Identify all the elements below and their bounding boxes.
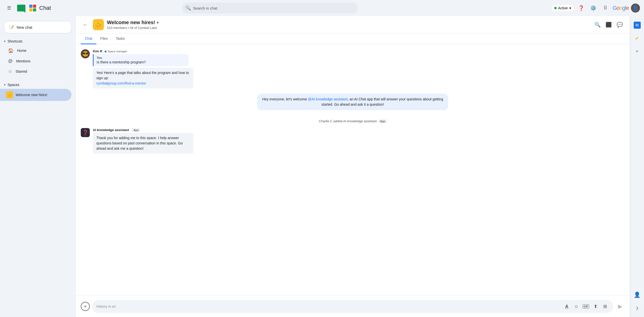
- chat-logo-icon: [17, 4, 26, 13]
- settings-button[interactable]: ⚙️: [588, 3, 598, 13]
- system-text: Charlie C added AI knowledge assistant: [319, 119, 377, 123]
- broadcast-wrapper: Hey everyone, let's welcome @AI knowledg…: [81, 94, 625, 115]
- tab-chat[interactable]: Chat: [81, 33, 96, 44]
- gif-button[interactable]: GIF: [582, 302, 590, 310]
- shortcuts-label: Shortcuts: [8, 39, 22, 43]
- space-item-welcome-new-hires[interactable]: 🤝 Welcome new hires!: [0, 89, 71, 101]
- active-indicator: [554, 7, 557, 9]
- response-text: Yes! Here's a page that talks about the …: [96, 71, 189, 80]
- home-icon: 🏠: [8, 48, 14, 53]
- upload-button[interactable]: ⬆: [591, 302, 599, 310]
- topbar-left: ☰ Chat: [4, 3, 85, 13]
- search-input[interactable]: [182, 3, 358, 14]
- right-sidebar: 31 ✔ + 👤 ❯: [630, 16, 644, 317]
- gear-icon: ⚙️: [590, 5, 596, 11]
- spaces-section-header[interactable]: ▾ Spaces: [0, 81, 75, 89]
- svg-rect-6: [33, 8, 36, 12]
- space-members-info: 510 members • All of Cymbal Labs: [107, 26, 589, 30]
- question-text: Is there a mentorship program?: [97, 60, 185, 64]
- spaces-chevron-icon: ▾: [4, 83, 6, 87]
- message-input[interactable]: [96, 304, 561, 308]
- members-count: 510 members: [107, 26, 127, 30]
- search-chat-icon: 🔍: [594, 22, 601, 28]
- mentions-label: Mentions: [16, 59, 30, 63]
- upload-icon: ⬆: [594, 304, 597, 309]
- response-bubble: Yes! Here's a page that talks about the …: [93, 68, 193, 89]
- chat-header: ← 🤝 Welcome new hires! ▾ 510 members • A…: [76, 16, 630, 33]
- back-arrow-icon: ←: [83, 22, 88, 28]
- topbar-right: Active ▾ ❓ ⚙️ ⠿ Google 👤: [551, 3, 640, 13]
- sidebar: 📝 New chat ▾ Shortcuts 🏠 Home @ Mentions…: [0, 16, 75, 317]
- tasks-button[interactable]: ✔: [632, 33, 642, 43]
- back-button[interactable]: ←: [81, 20, 90, 29]
- active-chevron-icon: ▾: [569, 6, 571, 10]
- ai-app-badge: App: [132, 128, 140, 132]
- kim-sender-row: Kim R ◆ Space manager: [93, 49, 625, 53]
- org-name: All of Cymbal Labs: [130, 26, 157, 30]
- format-text-icon: A: [565, 304, 569, 309]
- sidebar-item-mentions[interactable]: @ Mentions: [0, 56, 71, 66]
- shortcuts-section-header[interactable]: ▾ Shortcuts: [0, 37, 75, 45]
- mentor-link[interactable]: cymbalgroup.com/find-a-mentor: [96, 81, 146, 85]
- ai-response-text: Thank you for adding me to this space. I…: [96, 136, 183, 150]
- add-icon: +: [84, 304, 87, 309]
- expand-panel-button[interactable]: ❯: [632, 303, 642, 313]
- video-icon: ⬛: [606, 22, 612, 28]
- tab-tasks[interactable]: Tasks: [112, 33, 129, 44]
- home-label: Home: [17, 49, 26, 53]
- chat-header-info: Welcome new hires! ▾ 510 members • All o…: [107, 20, 589, 30]
- input-actions: A ☺ GIF ⬆ ⊞: [563, 302, 609, 310]
- app-badge-system: App: [379, 120, 387, 123]
- tab-chat-label: Chat: [85, 36, 92, 41]
- add-attachment-button[interactable]: +: [81, 302, 90, 311]
- expand-button[interactable]: +: [632, 46, 642, 56]
- active-status-button[interactable]: Active ▾: [551, 4, 574, 12]
- new-chat-button[interactable]: 📝 New chat: [4, 21, 71, 33]
- ai-sender-row: AI knowledge assistant App: [93, 128, 625, 132]
- shortcuts-chevron-icon: ▾: [4, 39, 6, 43]
- ai-mention[interactable]: @AI knowledge assistant: [308, 97, 347, 101]
- send-button[interactable]: ▶: [616, 302, 625, 311]
- broadcast-message: Hey everyone, let's welcome @AI knowledg…: [257, 94, 448, 110]
- sidebar-item-home[interactable]: 🏠 Home: [0, 45, 71, 56]
- menu-button[interactable]: ☰: [4, 3, 14, 13]
- help-button[interactable]: ❓: [576, 3, 586, 13]
- topbar: ☰ Chat: [0, 0, 644, 16]
- svg-rect-3: [29, 5, 32, 8]
- chat-tabs: Chat Files Tasks: [76, 33, 630, 44]
- sidebar-item-starred[interactable]: ☆ Starred: [0, 66, 71, 77]
- space-title-button[interactable]: Welcome new hires! ▾: [107, 20, 589, 25]
- space-emoji-icon: 🤝: [6, 91, 13, 98]
- broadcast-text-before: Hey everyone, let's welcome: [262, 97, 308, 101]
- contacts-button[interactable]: 👤: [632, 290, 642, 300]
- google-chat-logo: [28, 4, 37, 13]
- user-avatar[interactable]: 👤: [631, 4, 640, 13]
- calendar-button[interactable]: 31: [632, 20, 642, 30]
- message-input-box: A ☺ GIF ⬆ ⊞: [92, 300, 613, 313]
- apps-grid-button[interactable]: ⠿: [600, 3, 611, 13]
- grid-icon: ⠿: [603, 5, 607, 11]
- search-bar-container: 🔍: [182, 3, 358, 14]
- kim-message-content: Kim R ◆ Space manager You Is there a men…: [93, 49, 625, 89]
- video-button[interactable]: ⬛: [603, 20, 614, 30]
- search-chat-button[interactable]: 🔍: [592, 20, 602, 30]
- tab-files[interactable]: Files: [96, 33, 112, 44]
- emoji-button[interactable]: ☺: [572, 302, 580, 310]
- space-header-emoji: 🤝: [93, 19, 104, 30]
- google-logo: Google: [613, 5, 629, 11]
- format-text-button[interactable]: A: [563, 302, 571, 310]
- thread-button[interactable]: 💬: [615, 20, 625, 30]
- space-title-text: Welcome new hires!: [107, 20, 155, 25]
- space-manager-badge: ◆ Space manager: [104, 50, 127, 53]
- send-icon: ▶: [618, 303, 622, 310]
- tab-files-label: Files: [100, 36, 108, 41]
- expand-panel-icon: ❯: [636, 306, 639, 310]
- add-widget-button[interactable]: ⊞: [601, 302, 609, 310]
- avatar-emoji: 👤: [632, 5, 638, 11]
- search-icon: 🔍: [185, 5, 191, 11]
- messages-area[interactable]: 😎 Kim R ◆ Space manager You Is there a m…: [76, 44, 630, 296]
- ai-sender-name: AI knowledge assistant: [93, 128, 129, 132]
- emoji-icon: ☺: [574, 304, 579, 309]
- help-icon: ❓: [578, 5, 584, 11]
- ai-avatar: ❓: [81, 128, 90, 137]
